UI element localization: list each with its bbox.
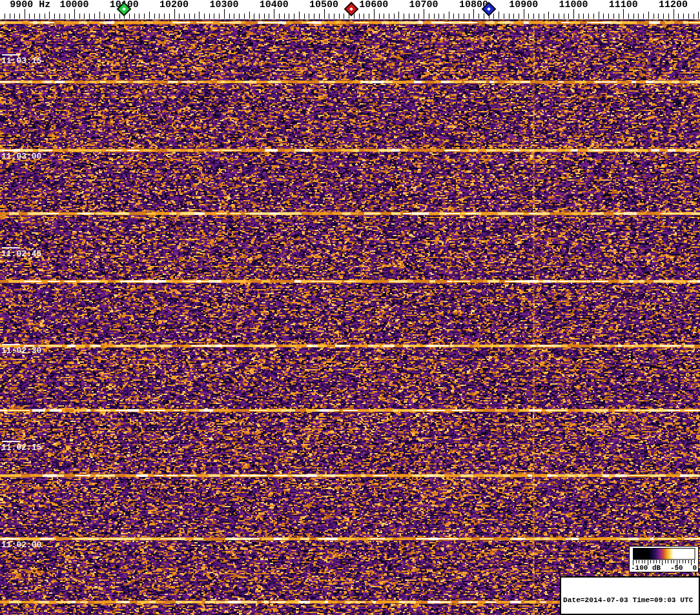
time-label: 11:03:15 bbox=[1, 57, 41, 66]
freq-tick-label: 10300 bbox=[209, 0, 238, 10]
time-tick bbox=[2, 344, 20, 345]
info-box: Date=2014-07-03 Time=09:03 UTC Freq=143 … bbox=[560, 576, 700, 615]
time-label: 11:02:45 bbox=[1, 250, 41, 259]
time-tick bbox=[2, 150, 20, 151]
colorbar-label-min: -100 dB bbox=[631, 564, 661, 572]
spectrogram-window: 9900 Hz100001010010200103001040010500106… bbox=[0, 0, 700, 615]
freq-tick-label: 10200 bbox=[160, 0, 189, 10]
info-line-date-time: Date=2014-07-03 Time=09:03 UTC bbox=[563, 596, 697, 605]
time-tick bbox=[2, 54, 20, 55]
time-label: 11:03:00 bbox=[1, 152, 41, 161]
freq-tick-label: 11200 bbox=[659, 0, 688, 10]
freq-tick-label: 10600 bbox=[359, 0, 388, 10]
time-tick bbox=[2, 538, 20, 539]
colorbar-gradient bbox=[633, 548, 696, 565]
marker-center-dot bbox=[349, 7, 353, 11]
spectrogram-waterfall[interactable] bbox=[0, 19, 700, 615]
marker-center-dot bbox=[122, 7, 126, 11]
time-label: 11:02:30 bbox=[1, 347, 41, 356]
time-tick bbox=[2, 441, 20, 442]
freq-tick-label: 9900 Hz bbox=[10, 0, 50, 10]
colorbar-label-max: 0 bbox=[692, 564, 697, 572]
freq-tick-label: 11100 bbox=[609, 0, 638, 10]
colorbar-label-mid: -50 bbox=[670, 564, 683, 572]
freq-tick-label: 10500 bbox=[309, 0, 338, 10]
freq-tick-label: 10900 bbox=[509, 0, 538, 10]
marker-center-dot bbox=[487, 7, 491, 11]
freq-tick-label: 10000 bbox=[59, 0, 88, 10]
time-label: 11:02:00 bbox=[1, 541, 41, 550]
freq-tick-label: 11000 bbox=[559, 0, 588, 10]
time-tick bbox=[2, 247, 20, 248]
freq-tick-label: 10700 bbox=[409, 0, 438, 10]
colorbar-labels: -100 dB -50 0 bbox=[631, 564, 697, 572]
time-label: 11:02:15 bbox=[1, 443, 41, 452]
freq-tick-label: 10400 bbox=[260, 0, 289, 10]
colorbar-legend: -100 dB -50 0 bbox=[629, 546, 699, 572]
